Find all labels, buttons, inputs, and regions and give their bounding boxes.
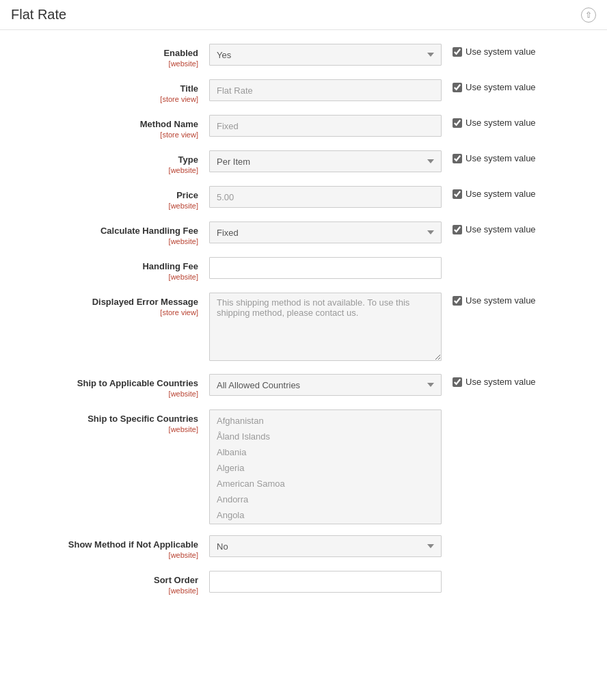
listbox-ship_to_specific_countries[interactable]: AfghanistanÅland IslandsAlbaniaAlgeriaAm…	[209, 409, 442, 524]
use-system-value-label-title[interactable]: Use system value	[453, 82, 536, 92]
label-col-type: Type[website]	[11, 150, 209, 175]
field-scope-title: [store view]	[160, 95, 198, 103]
form-row-ship_to_applicable_countries: Ship to Applicable Countries[website]All…	[0, 374, 607, 399]
form-row-type: Type[website]Per ItemFixedUse system val…	[0, 150, 607, 175]
use-system-value-label-displayed_error_message[interactable]: Use system value	[453, 295, 536, 306]
field-scope-calculate_handling_fee: [website]	[169, 237, 198, 245]
use-system-value-label-type[interactable]: Use system value	[453, 153, 536, 163]
field-scope-sort_order: [website]	[169, 587, 198, 595]
input-title[interactable]	[209, 79, 442, 101]
form-row-ship_to_specific_countries: Ship to Specific Countries[website]Afgha…	[0, 409, 607, 524]
control-col-type: Per ItemFixed	[209, 150, 442, 172]
actions-col-displayed_error_message: Use system value	[442, 293, 536, 306]
control-col-enabled: YesNo	[209, 44, 442, 66]
list-item[interactable]: Angola	[210, 507, 441, 523]
use-system-value-text-enabled: Use system value	[466, 46, 536, 57]
use-system-value-checkbox-price[interactable]	[453, 189, 462, 199]
textarea-displayed_error_message[interactable]: This shipping method is not available. T…	[209, 293, 442, 361]
use-system-value-checkbox-enabled[interactable]	[453, 47, 462, 57]
form-row-handling_fee: Handling Fee[website]	[0, 257, 607, 282]
field-scope-handling_fee: [website]	[169, 273, 198, 281]
use-system-value-checkbox-calculate_handling_fee[interactable]	[453, 225, 462, 234]
select-enabled[interactable]: YesNo	[209, 44, 442, 66]
list-item[interactable]: Anguilla	[210, 523, 441, 524]
use-system-value-label-price[interactable]: Use system value	[453, 189, 536, 199]
use-system-value-checkbox-ship_to_applicable_countries[interactable]	[453, 377, 462, 387]
use-system-value-checkbox-type[interactable]	[453, 154, 462, 163]
use-system-value-text-displayed_error_message: Use system value	[466, 295, 536, 306]
form-row-price: Price[website]Use system value	[0, 186, 607, 211]
actions-col-calculate_handling_fee: Use system value	[442, 221, 536, 234]
use-system-value-label-enabled[interactable]: Use system value	[453, 46, 536, 57]
field-scope-displayed_error_message: [store view]	[160, 308, 198, 317]
select-type[interactable]: Per ItemFixed	[209, 150, 442, 172]
field-label-price: Price	[11, 190, 198, 200]
use-system-value-label-ship_to_applicable_countries[interactable]: Use system value	[453, 377, 536, 387]
control-col-handling_fee	[209, 257, 442, 279]
field-label-type: Type	[11, 154, 198, 165]
label-col-calculate_handling_fee: Calculate Handling Fee[website]	[11, 221, 209, 246]
label-col-handling_fee: Handling Fee[website]	[11, 257, 209, 282]
label-col-ship_to_specific_countries: Ship to Specific Countries[website]	[11, 409, 209, 434]
list-item[interactable]: Andorra	[210, 492, 441, 507]
label-col-enabled: Enabled[website]	[11, 44, 209, 68]
field-scope-method_name: [store view]	[160, 131, 198, 139]
field-label-ship_to_applicable_countries: Ship to Applicable Countries	[11, 378, 198, 388]
field-label-title: Title	[11, 83, 198, 94]
field-label-calculate_handling_fee: Calculate Handling Fee	[11, 226, 198, 236]
input-price[interactable]	[209, 186, 442, 208]
field-label-enabled: Enabled	[11, 48, 198, 58]
page-header: Flat Rate ⇧	[0, 0, 607, 30]
list-item[interactable]: American Samoa	[210, 476, 441, 492]
field-scope-price: [website]	[169, 202, 198, 210]
actions-col-sort_order	[442, 571, 453, 574]
use-system-value-checkbox-displayed_error_message[interactable]	[453, 296, 462, 306]
form-row-enabled: Enabled[website]YesNoUse system value	[0, 44, 607, 68]
select-ship_to_applicable_countries[interactable]: All Allowed CountriesSpecific Countries	[209, 374, 442, 396]
label-col-sort_order: Sort Order[website]	[11, 571, 209, 595]
select-show_method_if_not_applicable[interactable]: NoYes	[209, 535, 442, 557]
use-system-value-label-calculate_handling_fee[interactable]: Use system value	[453, 224, 536, 234]
control-col-method_name	[209, 115, 442, 137]
use-system-value-text-ship_to_applicable_countries: Use system value	[466, 377, 536, 387]
use-system-value-text-method_name: Use system value	[466, 118, 536, 128]
actions-col-method_name: Use system value	[442, 115, 536, 128]
actions-col-ship_to_applicable_countries: Use system value	[442, 374, 536, 387]
list-item[interactable]: Albania	[210, 444, 441, 460]
use-system-value-text-title: Use system value	[466, 82, 536, 92]
use-system-value-text-calculate_handling_fee: Use system value	[466, 224, 536, 234]
collapse-button[interactable]: ⇧	[581, 8, 596, 23]
field-label-method_name: Method Name	[11, 119, 198, 129]
select-calculate_handling_fee[interactable]: FixedPercent	[209, 221, 442, 243]
label-col-method_name: Method Name[store view]	[11, 115, 209, 139]
form-row-title: Title[store view]Use system value	[0, 79, 607, 104]
label-col-displayed_error_message: Displayed Error Message[store view]	[11, 293, 209, 317]
control-col-price	[209, 186, 442, 208]
field-label-ship_to_specific_countries: Ship to Specific Countries	[11, 414, 198, 424]
input-handling_fee[interactable]	[209, 257, 442, 279]
input-sort_order[interactable]	[209, 571, 442, 593]
control-col-title	[209, 79, 442, 101]
use-system-value-checkbox-method_name[interactable]	[453, 118, 462, 128]
use-system-value-checkbox-title[interactable]	[453, 83, 462, 92]
actions-col-show_method_if_not_applicable	[442, 535, 453, 538]
use-system-value-label-method_name[interactable]: Use system value	[453, 118, 536, 128]
control-col-calculate_handling_fee: FixedPercent	[209, 221, 442, 243]
actions-col-ship_to_specific_countries	[442, 409, 453, 412]
input-method_name[interactable]	[209, 115, 442, 137]
actions-col-enabled: Use system value	[442, 44, 536, 57]
list-item[interactable]: Åland Islands	[210, 429, 441, 444]
page-title: Flat Rate	[11, 7, 66, 23]
field-scope-enabled: [website]	[169, 59, 198, 68]
list-item[interactable]: Algeria	[210, 460, 441, 476]
field-label-displayed_error_message: Displayed Error Message	[11, 297, 198, 307]
form-row-show_method_if_not_applicable: Show Method if Not Applicable[website]No…	[0, 535, 607, 560]
actions-col-handling_fee	[442, 257, 453, 260]
field-label-handling_fee: Handling Fee	[11, 261, 198, 271]
list-item[interactable]: Afghanistan	[210, 413, 441, 429]
control-col-displayed_error_message: This shipping method is not available. T…	[209, 293, 442, 363]
control-col-show_method_if_not_applicable: NoYes	[209, 535, 442, 557]
field-label-sort_order: Sort Order	[11, 575, 198, 585]
actions-col-title: Use system value	[442, 79, 536, 92]
field-scope-show_method_if_not_applicable: [website]	[169, 551, 198, 559]
